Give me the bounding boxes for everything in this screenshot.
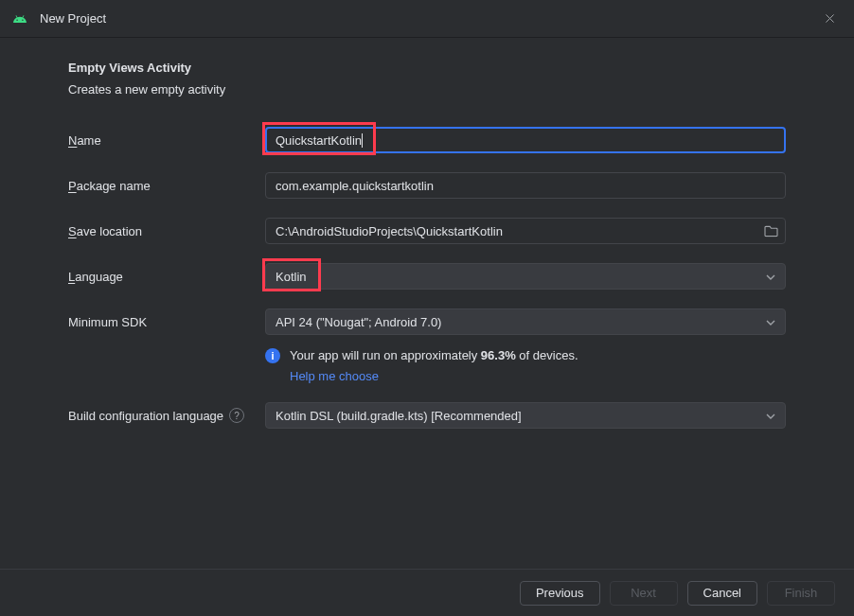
name-input[interactable]: QuickstartKotlin bbox=[265, 127, 786, 153]
close-icon[interactable] bbox=[818, 8, 841, 30]
row-language: Language Kotlin bbox=[68, 263, 786, 290]
help-icon[interactable]: ? bbox=[229, 408, 244, 423]
minimum-sdk-value: API 24 ("Nougat"; Android 7.0) bbox=[276, 315, 441, 329]
minimum-sdk-select[interactable]: API 24 ("Nougat"; Android 7.0) bbox=[265, 308, 786, 335]
chevron-down-icon bbox=[766, 316, 775, 327]
build-config-language-value: Kotlin DSL (build.gradle.kts) [Recommend… bbox=[276, 409, 522, 423]
build-config-language-select[interactable]: Kotlin DSL (build.gradle.kts) [Recommend… bbox=[265, 402, 786, 429]
browse-folder-icon[interactable] bbox=[764, 225, 778, 238]
finish-button: Finish bbox=[767, 581, 835, 606]
android-studio-logo-icon bbox=[13, 12, 27, 26]
chevron-down-icon bbox=[766, 271, 775, 282]
row-save-location: Save location bbox=[68, 218, 786, 244]
row-name: Name QuickstartKotlin bbox=[68, 127, 786, 153]
hint-text: Your app will run on approximately 96.3%… bbox=[290, 348, 578, 362]
row-package: Package name bbox=[68, 172, 786, 199]
save-location-input[interactable] bbox=[265, 218, 786, 244]
label-save-location: Save location bbox=[68, 224, 265, 238]
dialog-content: Empty Views Activity Creates a new empty… bbox=[0, 38, 854, 569]
label-minimum-sdk: Minimum SDK bbox=[68, 315, 265, 329]
name-input-value: QuickstartKotlin bbox=[276, 133, 362, 148]
label-language: Language bbox=[68, 270, 265, 284]
label-package: Package name bbox=[68, 179, 265, 193]
chevron-down-icon bbox=[766, 410, 775, 421]
label-build-config-language: Build configuration language ? bbox=[68, 408, 265, 423]
package-input[interactable] bbox=[265, 172, 786, 199]
help-me-choose-link[interactable]: Help me choose bbox=[290, 369, 786, 383]
device-coverage-hint: i Your app will run on approximately 96.… bbox=[265, 348, 786, 363]
window-title: New Project bbox=[40, 11, 818, 26]
language-value: Kotlin bbox=[276, 270, 307, 284]
label-name: Name bbox=[68, 133, 265, 148]
next-button: Next bbox=[610, 581, 678, 606]
language-select[interactable]: Kotlin bbox=[265, 263, 786, 290]
template-title: Empty Views Activity bbox=[68, 61, 786, 75]
previous-button[interactable]: Previous bbox=[520, 581, 600, 606]
row-build-config-language: Build configuration language ? Kotlin DS… bbox=[68, 402, 786, 429]
row-minimum-sdk: Minimum SDK API 24 ("Nougat"; Android 7.… bbox=[68, 308, 786, 335]
text-caret bbox=[362, 133, 363, 148]
cancel-button[interactable]: Cancel bbox=[687, 581, 757, 606]
dialog-footer: Previous Next Cancel Finish bbox=[0, 569, 854, 616]
info-icon: i bbox=[265, 348, 280, 363]
row-hint: i Your app will run on approximately 96.… bbox=[68, 341, 786, 402]
title-bar: New Project bbox=[0, 0, 854, 38]
template-subtitle: Creates a new empty activity bbox=[68, 82, 786, 97]
